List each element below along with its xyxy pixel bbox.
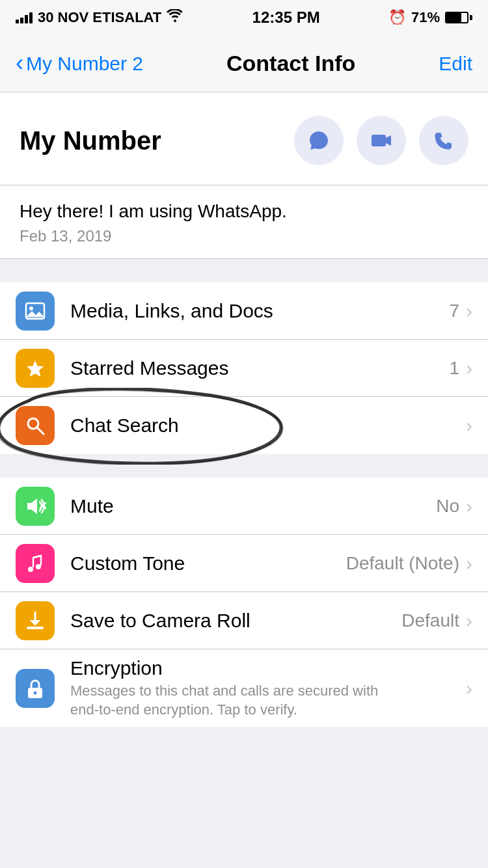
nav-bar: ‹ My Number 2 Contact Info Edit	[0, 35, 488, 92]
signal-icon	[16, 12, 33, 23]
chatsearch-list-item[interactable]: Chat Search ›	[0, 397, 488, 454]
carrier-label: 30 NOV ETISALAT	[38, 9, 161, 26]
starred-right: 1 ›	[449, 357, 472, 379]
back-button[interactable]: ‹ My Number 2	[16, 51, 143, 77]
starred-count: 1	[449, 358, 459, 379]
media-icon	[24, 300, 46, 322]
svg-line-7	[37, 427, 44, 434]
svg-marker-1	[386, 135, 391, 146]
chatsearch-label: Chat Search	[70, 414, 179, 437]
starred-item-content: Starred Messages 1 ›	[70, 357, 472, 379]
phone-icon	[432, 129, 455, 152]
svg-rect-12	[27, 627, 44, 629]
cameraroll-list-item[interactable]: Save to Camera Roll Default ›	[0, 592, 488, 649]
starred-icon-bg	[16, 349, 55, 388]
battery-percent: 71%	[411, 9, 440, 26]
mute-item-content: Mute No ›	[70, 495, 472, 517]
star-icon	[24, 357, 46, 379]
page-title: Contact Info	[226, 51, 355, 76]
media-icon-bg	[16, 292, 55, 331]
starred-chevron-icon: ›	[466, 357, 472, 379]
media-chevron-icon: ›	[466, 300, 472, 322]
message-icon	[307, 129, 331, 152]
cameraroll-label: Save to Camera Roll	[70, 610, 251, 632]
mute-right: No ›	[436, 495, 472, 517]
wifi-icon	[167, 9, 183, 26]
settings-list-section: Mute No › Custom Tone Default (Note) ›	[0, 478, 488, 727]
phone-button[interactable]	[419, 116, 468, 165]
encryption-label-sub: Encryption Messages to this chat and cal…	[70, 657, 409, 719]
search-icon	[24, 414, 46, 437]
status-left: 30 NOV ETISALAT	[16, 9, 183, 26]
media-right: 7 ›	[449, 300, 472, 322]
chatsearch-right: ›	[466, 414, 472, 437]
lock-icon	[24, 677, 46, 699]
mute-list-item[interactable]: Mute No ›	[0, 478, 488, 535]
media-list-section: Media, Links, and Docs 7 › Starred Messa…	[0, 282, 488, 454]
status-text: Hey there! I am using WhatsApp.	[20, 201, 468, 222]
section-divider-2	[0, 454, 488, 478]
customtone-item-content: Custom Tone Default (Note) ›	[70, 552, 472, 575]
back-label: My Number 2	[26, 53, 143, 75]
cameraroll-item-content: Save to Camera Roll Default ›	[70, 610, 472, 632]
cameraroll-icon-bg	[16, 601, 55, 640]
starred-label: Starred Messages	[70, 357, 228, 379]
svg-line-11	[33, 556, 41, 558]
alarm-icon: ⏰	[388, 9, 406, 26]
customtone-label: Custom Tone	[70, 552, 185, 575]
svg-point-14	[34, 691, 37, 694]
cameraroll-chevron-icon: ›	[466, 610, 472, 632]
encryption-label: Encryption	[70, 657, 409, 679]
message-button[interactable]	[294, 116, 344, 165]
download-icon	[24, 610, 46, 632]
status-right: ⏰ 71%	[388, 9, 472, 26]
cameraroll-value: Default	[401, 610, 459, 631]
edit-button[interactable]: Edit	[439, 53, 472, 75]
status-bar: 30 NOV ETISALAT 12:35 PM ⏰ 71%	[0, 0, 488, 35]
svg-marker-5	[27, 360, 44, 377]
mute-value: No	[436, 496, 459, 517]
media-label: Media, Links, and Docs	[70, 300, 273, 322]
video-icon	[370, 129, 393, 152]
encryption-list-item[interactable]: Encryption Messages to this chat and cal…	[0, 649, 488, 727]
svg-marker-4	[26, 318, 44, 319]
status-section: Hey there! I am using WhatsApp. Feb 13, …	[0, 185, 488, 259]
action-buttons	[294, 116, 468, 165]
media-item-content: Media, Links, and Docs 7 ›	[70, 300, 472, 322]
encryption-chevron-icon: ›	[466, 677, 472, 699]
contact-header: My Number	[0, 92, 488, 185]
back-chevron-icon: ‹	[16, 49, 23, 77]
encryption-right: ›	[466, 677, 472, 699]
media-count: 7	[449, 301, 459, 321]
starred-list-item[interactable]: Starred Messages 1 ›	[0, 340, 488, 397]
customtone-icon-bg	[16, 544, 55, 583]
encryption-item-content: Encryption Messages to this chat and cal…	[70, 649, 472, 727]
mute-icon	[24, 495, 46, 517]
customtone-list-item[interactable]: Custom Tone Default (Note) ›	[0, 535, 488, 592]
customtone-right: Default (Note) ›	[346, 552, 472, 575]
chatsearch-icon-bg	[16, 406, 55, 445]
chatsearch-item-content: Chat Search ›	[70, 414, 472, 437]
chatsearch-chevron-icon: ›	[466, 414, 472, 437]
mute-label: Mute	[70, 495, 114, 517]
svg-rect-0	[372, 135, 386, 146]
time-label: 12:35 PM	[252, 8, 320, 27]
customtone-chevron-icon: ›	[466, 552, 472, 575]
mute-chevron-icon: ›	[466, 495, 472, 517]
svg-marker-8	[27, 498, 37, 514]
customtone-value: Default (Note)	[346, 553, 459, 574]
music-icon	[24, 552, 46, 575]
cameraroll-right: Default ›	[401, 610, 472, 632]
contact-name: My Number	[20, 126, 161, 156]
battery-icon	[445, 12, 472, 23]
section-divider-1	[0, 259, 488, 282]
mute-icon-bg	[16, 487, 55, 526]
video-button[interactable]	[357, 116, 406, 165]
status-date: Feb 13, 2019	[20, 227, 468, 245]
svg-point-3	[29, 306, 33, 310]
media-list-item[interactable]: Media, Links, and Docs 7 ›	[0, 282, 488, 340]
encryption-desc: Messages to this chat and calls are secu…	[70, 682, 409, 719]
encryption-icon-bg	[16, 669, 55, 708]
